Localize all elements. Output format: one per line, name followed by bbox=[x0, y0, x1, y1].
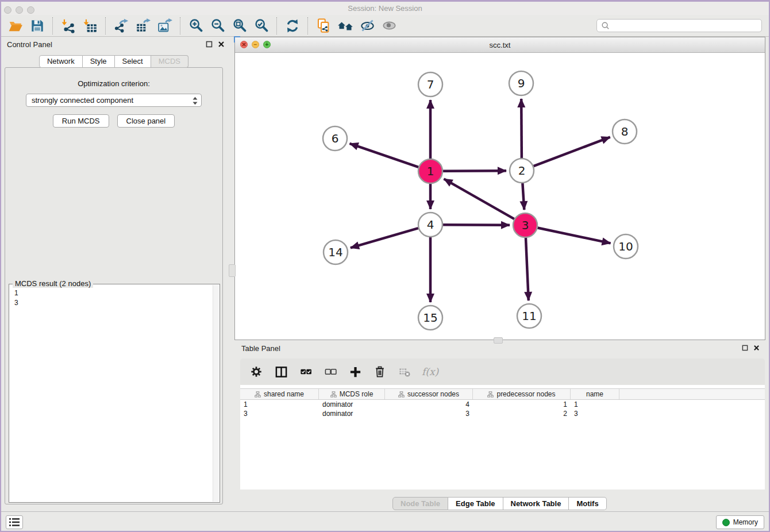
refresh-layout-button[interactable] bbox=[283, 17, 302, 35]
tab-network-table[interactable]: Network Table bbox=[503, 497, 569, 510]
column-header-predecessor-nodes[interactable]: predecessor nodes bbox=[473, 389, 571, 399]
table-settings-button[interactable] bbox=[249, 364, 264, 379]
network-close-button[interactable]: ✕ bbox=[240, 41, 248, 48]
run-mcds-button[interactable]: Run MCDS bbox=[53, 114, 109, 128]
import-table-button[interactable] bbox=[81, 17, 99, 35]
cell-successor-nodes[interactable]: 4 bbox=[385, 400, 473, 408]
memory-button[interactable]: Memory bbox=[716, 515, 764, 529]
zoom-out-button[interactable] bbox=[209, 17, 227, 35]
task-history-button[interactable] bbox=[6, 515, 23, 529]
export-network-button[interactable] bbox=[112, 17, 130, 35]
table-row[interactable]: 3dominator323 bbox=[240, 409, 765, 418]
select-all-rows-button[interactable] bbox=[298, 364, 313, 379]
optimization-criterion-select[interactable]: strongly connected component bbox=[26, 94, 202, 107]
cell-predecessor-nodes[interactable]: 1 bbox=[473, 400, 571, 408]
network-maximize-button[interactable]: + bbox=[263, 41, 271, 48]
show-graphics-details-button[interactable] bbox=[380, 17, 398, 35]
import-network-button[interactable] bbox=[59, 17, 78, 35]
memory-status-icon bbox=[722, 519, 730, 526]
vertical-splitter-grip[interactable] bbox=[229, 264, 236, 277]
hide-graphics-details-button[interactable] bbox=[358, 17, 376, 35]
graph-edge-1-6[interactable] bbox=[350, 144, 419, 167]
table-header-row: shared nameMCDS rolesuccessor nodesprede… bbox=[240, 388, 765, 400]
network-canvas[interactable]: 7968124314101511 bbox=[235, 53, 765, 340]
tab-select[interactable]: Select bbox=[115, 55, 151, 68]
column-label: shared name bbox=[264, 390, 304, 398]
show-columns-button[interactable] bbox=[274, 364, 288, 379]
clone-network-button[interactable] bbox=[314, 17, 333, 35]
cell-MCDS-role[interactable]: dominator bbox=[319, 400, 385, 408]
graph-edge-3-11[interactable] bbox=[526, 238, 529, 300]
column-header-shared-name[interactable]: shared name bbox=[240, 389, 319, 399]
table-row[interactable]: 1dominator411 bbox=[240, 400, 765, 409]
import-network-icon bbox=[61, 18, 76, 33]
search-input[interactable] bbox=[612, 21, 757, 30]
maximize-window-button[interactable] bbox=[27, 6, 34, 14]
zoom-selected-icon bbox=[254, 18, 270, 33]
graph-edge-3-10[interactable] bbox=[538, 228, 611, 244]
table-toolbar: f(x) bbox=[240, 358, 765, 385]
close-panel-button[interactable]: Close panel bbox=[117, 114, 175, 128]
control-panel-tabs: NetworkStyleSelectMCDS bbox=[0, 55, 228, 68]
column-header-successor-nodes[interactable]: successor nodes bbox=[385, 389, 473, 399]
tab-node-table[interactable]: Node Table bbox=[392, 497, 448, 510]
cell-successor-nodes[interactable]: 3 bbox=[385, 410, 473, 418]
gear-icon bbox=[250, 365, 263, 378]
home-layout-button[interactable] bbox=[336, 17, 355, 35]
tab-edge-table[interactable]: Edge Table bbox=[448, 497, 503, 510]
tab-motifs[interactable]: Motifs bbox=[569, 497, 606, 510]
network-minimize-button[interactable]: − bbox=[252, 41, 259, 48]
graph-edge-2-9[interactable] bbox=[521, 99, 522, 158]
graph-edge-3-1[interactable] bbox=[444, 179, 514, 219]
graph-edge-2-3[interactable] bbox=[522, 183, 524, 210]
cell-shared-name[interactable]: 1 bbox=[240, 400, 319, 408]
cell-shared-name[interactable]: 3 bbox=[240, 410, 319, 418]
export-image-button[interactable] bbox=[156, 17, 174, 35]
deselect-all-rows-button[interactable] bbox=[323, 364, 338, 379]
cell-name[interactable]: 3 bbox=[571, 410, 619, 418]
add-column-button[interactable] bbox=[348, 364, 363, 379]
close-window-button[interactable] bbox=[4, 6, 11, 14]
column-header-MCDS-role[interactable]: MCDS role bbox=[319, 389, 385, 399]
cell-MCDS-role[interactable]: dominator bbox=[319, 410, 385, 418]
float-table-panel-icon[interactable] bbox=[742, 345, 748, 351]
column-label: MCDS role bbox=[340, 390, 374, 398]
function-builder-button-disabled: f(x) bbox=[422, 366, 438, 377]
mcds-result-list: 13 bbox=[9, 284, 220, 312]
minimize-window-button[interactable] bbox=[16, 6, 23, 14]
toolbar-separator bbox=[307, 17, 309, 34]
graph-node-label: 7 bbox=[427, 78, 434, 91]
selected-criterion: strongly connected component bbox=[32, 96, 133, 105]
horizontal-splitter-grip[interactable] bbox=[494, 337, 503, 344]
float-panel-icon[interactable] bbox=[206, 41, 213, 48]
toolbar-separator bbox=[180, 17, 181, 34]
graph-node-label: 1 bbox=[427, 164, 434, 178]
graph-edge-2-8[interactable] bbox=[534, 137, 610, 167]
close-table-panel-icon[interactable] bbox=[753, 345, 760, 351]
graph-edge-4-3[interactable] bbox=[443, 225, 510, 225]
export-table-button[interactable] bbox=[134, 17, 152, 35]
cell-name[interactable]: 1 bbox=[571, 400, 619, 408]
graph-node-label: 11 bbox=[522, 309, 536, 323]
save-session-button[interactable] bbox=[28, 17, 47, 35]
search-field[interactable] bbox=[596, 19, 762, 32]
zoom-fit-button[interactable] bbox=[230, 17, 249, 35]
graph-node-label: 14 bbox=[328, 245, 342, 259]
zoom-selected-button[interactable] bbox=[252, 17, 271, 35]
network-window-titlebar[interactable]: ✕ − + scc.txt bbox=[235, 37, 765, 53]
close-panel-icon[interactable] bbox=[218, 41, 225, 48]
tab-style[interactable]: Style bbox=[83, 55, 115, 68]
cell-predecessor-nodes[interactable]: 2 bbox=[473, 410, 571, 418]
column-header-name[interactable]: name bbox=[571, 389, 619, 399]
refresh-icon bbox=[285, 18, 300, 33]
graph-edge-4-14[interactable] bbox=[351, 228, 418, 248]
graph-edge-1-2[interactable] bbox=[443, 171, 506, 171]
tab-mcds[interactable]: MCDS bbox=[151, 55, 188, 68]
zoom-fit-icon bbox=[232, 18, 248, 33]
delete-column-button[interactable] bbox=[372, 364, 387, 379]
zoom-in-button[interactable] bbox=[187, 17, 205, 35]
result-scrollbar[interactable] bbox=[213, 285, 219, 502]
search-icon bbox=[601, 21, 610, 30]
tab-network[interactable]: Network bbox=[39, 55, 83, 68]
open-session-button[interactable] bbox=[6, 17, 25, 35]
